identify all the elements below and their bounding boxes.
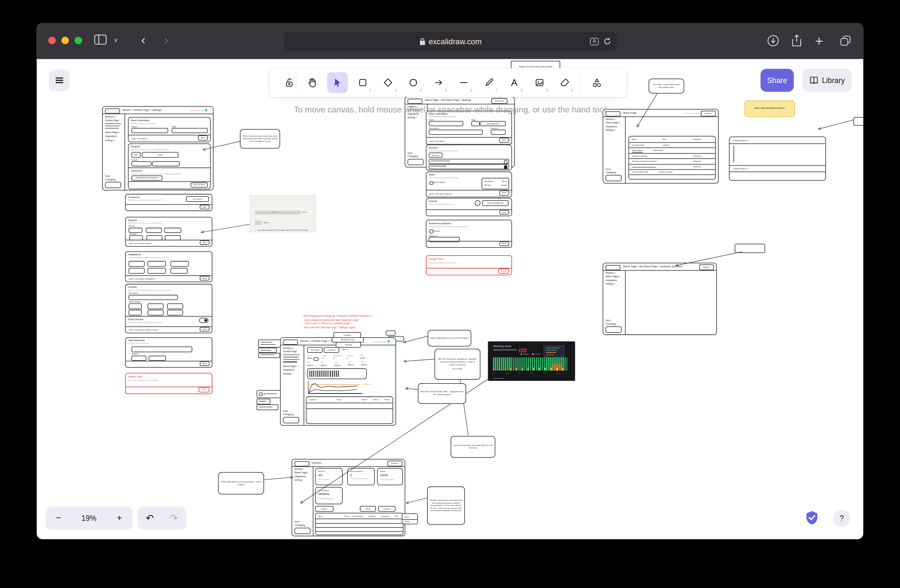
note-area-chart[interactable]: Area Chart with Download, DNS,... aggreg… (418, 383, 466, 404)
shapes-icon (592, 77, 602, 88)
back-button[interactable]: ‹ (141, 32, 146, 48)
browser-window: ∨ ‹ › excalidraw.com A + To move canvas,… (37, 23, 863, 539)
red-question: How to display some settings like: 'Freq… (303, 315, 372, 317)
address-bar[interactable]: excalidraw.com A (284, 32, 617, 51)
red-question: How to deal with "Response Logs" / "Sett… (304, 326, 372, 328)
browser-titlebar: ∨ ‹ › excalidraw.com A + (37, 23, 863, 59)
hand-icon (307, 77, 317, 88)
menu-item-delete[interactable]: Delete (405, 520, 410, 522)
zoom-level[interactable]: 19% (71, 507, 107, 529)
downloads-icon[interactable] (767, 34, 779, 47)
eraser-tool[interactable]: 0 (554, 73, 575, 93)
connector-arrows (37, 59, 863, 539)
line-icon (459, 77, 469, 88)
note-cards-visual-space[interactable]: These cards take too much visual space -… (218, 472, 264, 494)
chip-incidents[interactable]: Incidents (334, 332, 361, 337)
new-tab-icon[interactable]: + (815, 33, 823, 50)
note-bar-chart[interactable]: Bar Chart sharing the 'operational', 'de… (434, 349, 480, 380)
red-question: How to display the timeline with 'failed… (304, 319, 372, 321)
ellipse-tool[interactable]: 4 (403, 73, 424, 93)
tab-overview-icon[interactable] (839, 34, 852, 47)
tool-island: 1 2 3 4 5 6 7 (270, 68, 627, 97)
toolbar-divider (580, 74, 580, 91)
url-text: excalidraw.com (429, 37, 482, 46)
zoom-window-button[interactable] (74, 37, 82, 44)
divider (402, 519, 417, 520)
diamond-tool[interactable]: 3 (378, 73, 398, 93)
menu-item-clone[interactable]: Clone (405, 515, 409, 518)
help-button[interactable]: ? (833, 510, 850, 526)
diamond-icon (383, 77, 393, 88)
minimize-window-button[interactable] (61, 37, 69, 44)
toolbar-divider (296, 74, 297, 91)
image-tool[interactable]: 9 (529, 73, 550, 93)
cursor-icon (332, 77, 343, 88)
zoom-in-button[interactable]: + (107, 507, 132, 529)
note-text: Bar Chart sharing the 'operational', 'de… (437, 358, 478, 366)
share-button[interactable]: Share (761, 69, 794, 92)
sidebar-chevron-icon[interactable]: ∨ (114, 37, 118, 43)
rectangle-tool[interactable]: 2 (352, 73, 373, 93)
rectangle-icon (358, 77, 368, 88)
note-text: see checkly (453, 368, 462, 370)
main-menu-button[interactable] (50, 70, 69, 91)
eraser-icon (560, 77, 570, 88)
share-page-icon[interactable] (791, 34, 803, 47)
text-tool[interactable]: 8 (504, 73, 524, 93)
note-new-monitor[interactable]: When creating a new monitor, only show t… (240, 129, 280, 148)
arrow-tool[interactable]: 5 (428, 73, 449, 93)
redo-button[interactable]: ↷ (162, 507, 186, 529)
ellipse-icon (408, 77, 418, 88)
red-question: How to share on-demand vs. scheduled pin… (305, 322, 372, 325)
sidebar-toggle-icon[interactable] (94, 34, 107, 45)
text-icon (509, 77, 520, 88)
note-percentiles[interactable]: Consider removing the percentiles here f… (427, 487, 465, 525)
translate-icon[interactable]: A (590, 37, 599, 45)
note-tend-bar-chart[interactable]: I tend to say it's same as the Bar Chart… (451, 436, 495, 458)
more-shapes-tool[interactable] (587, 73, 607, 93)
note-add-cards[interactable]: Add cards, e.g. last status report with … (649, 79, 684, 93)
draw-tool[interactable]: 7 (479, 73, 500, 93)
arrow-icon (433, 77, 444, 88)
undo-button[interactable]: ↶ (138, 507, 162, 529)
image-icon (534, 77, 545, 88)
pencil-icon (484, 77, 494, 88)
lock-icon (420, 37, 425, 45)
forward-button[interactable]: › (164, 32, 168, 48)
hamburger-icon (55, 76, 63, 85)
note-status-reports-yellow[interactable]: How to deal with Status Reports? (745, 101, 795, 117)
close-window-button[interactable] (48, 37, 56, 44)
red-annotations: How to display some settings like: 'Freq… (303, 315, 372, 328)
reload-icon[interactable] (603, 37, 611, 45)
zoom-out-button[interactable]: − (46, 507, 71, 529)
hand-tool[interactable] (302, 73, 323, 93)
history-island: ↶ ↷ (138, 507, 186, 529)
selection-tool[interactable]: 1 (327, 73, 348, 93)
encryption-shield-icon[interactable] (804, 510, 819, 525)
line-tool[interactable]: 6 (453, 73, 474, 93)
library-button[interactable]: Library (802, 69, 852, 92)
zoom-island: − 19% + (46, 507, 132, 529)
row-context-menu: Clone Delete (402, 514, 418, 525)
chip-settings[interactable]: Settings (336, 342, 361, 347)
book-icon (810, 76, 819, 84)
desktop: ∨ ‹ › excalidraw.com A + To move canvas,… (0, 0, 900, 588)
note-values-aggregated[interactable]: Values aggregated over ALL selected regi… (428, 330, 471, 347)
excalidraw-canvas[interactable]: To move canvas, hold mouse wheel or spac… (37, 59, 863, 539)
unlock-icon (284, 77, 295, 88)
